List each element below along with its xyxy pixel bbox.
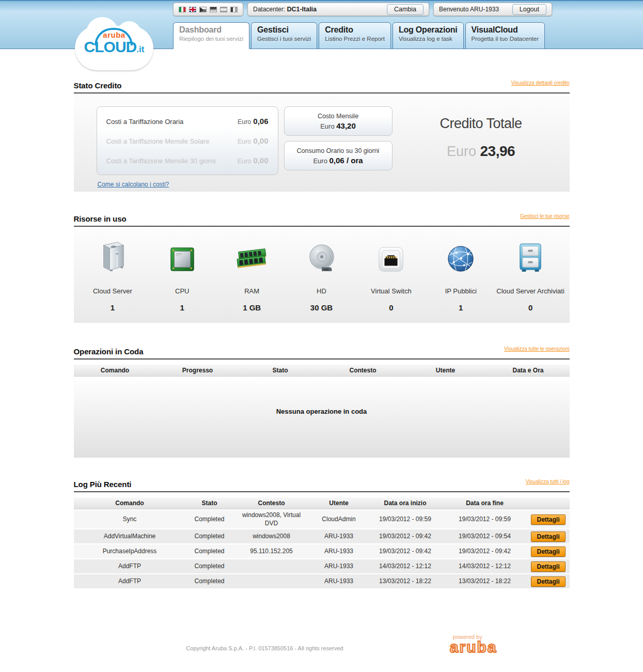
powered-by-aruba: powered by aruba	[450, 634, 497, 654]
resources-section-header: Risorse in uso Gestisci le tue risorse	[74, 214, 570, 227]
table-row: AddFTP Completed ARU-1933 13/03/2012 - 1…	[74, 574, 570, 589]
monthly-cost-box: Costo Mensile Euro 43,20	[284, 106, 393, 136]
credit-section-header: Stato Credito Visualizza dettagli credit…	[74, 81, 570, 93]
resource-cpu: CPU 1	[147, 239, 217, 323]
cost-row-mensile-30giorni: Costi a Tariffazione Mensile 30 giorni E…	[106, 156, 269, 165]
total-credit-label: Credito Totale	[440, 116, 522, 132]
logs-table-header: Comando Stato Contesto Utente Data ora i…	[74, 497, 570, 509]
details-button[interactable]: Dettagli	[531, 546, 565, 557]
queue-table-header: Comando Progresso Stato Contesto Utente …	[74, 365, 570, 377]
total-credit: Credito Totale Euro 23,96	[393, 106, 570, 192]
queue-section-title: Operazioni in Coda	[74, 347, 570, 356]
credit-panel: Costi a Tariffazione Oraria Euro0,06 Cos…	[74, 93, 570, 192]
resource-hd: HD 30 GB	[287, 239, 356, 323]
logs-section-title: Log Più Recenti	[74, 480, 570, 489]
cost-row-oraria: Costi a Tariffazione Oraria Euro0,06	[106, 117, 269, 126]
footer: Copyright Aruba S.p.A. - P.I. 0157385051…	[74, 634, 570, 665]
queue-section-header: Operazioni in Coda Visualizza tutte le o…	[74, 347, 570, 360]
cpu-icon	[168, 239, 196, 273]
all-operations-link[interactable]: Visualizza tutte le operazioni	[504, 346, 570, 352]
table-row: Sync Completed windows2008, Virtual DVD …	[74, 510, 570, 529]
virtual-switch-icon	[377, 239, 405, 273]
cloud-server-icon	[98, 239, 128, 273]
logs-section-header: Log Più Recenti Visualizza tutti i log	[74, 480, 570, 492]
cost-row-mensile-solare: Costi a Tariffazione Mensile Solare Euro…	[106, 136, 269, 145]
resource-cloud-server: Cloud Server 1	[78, 239, 148, 323]
manage-resources-link[interactable]: Gestisci le tue risorse	[520, 213, 570, 219]
copyright-text: Copyright Aruba S.p.A. - P.I. 0157385051…	[84, 634, 446, 651]
logo-brand-cloud: CLOUD.it	[75, 39, 153, 57]
resource-ram: RAM 1 GB	[217, 239, 287, 323]
credit-details-link[interactable]: Visualizza dettagli credito	[511, 80, 570, 86]
details-button[interactable]: Dettagli	[531, 561, 565, 572]
hourly-30days-box: Consumo Orario su 30 giorni Euro 0,06 / …	[284, 141, 393, 170]
hourly-costs-box: Costi a Tariffazione Oraria Euro0,06 Cos…	[97, 106, 278, 175]
resource-cloud-server-archiviati: Cloud Server Archiviati 0	[496, 239, 566, 323]
details-button[interactable]: Dettagli	[531, 532, 565, 542]
logs-table-body: Sync Completed windows2008, Virtual DVD …	[74, 510, 570, 589]
table-row: PurchaseIpAddress Completed 95.110.152.2…	[74, 544, 570, 559]
details-button[interactable]: Dettagli	[531, 514, 565, 525]
queue-empty-message: Nessuna operazione in coda	[276, 408, 367, 415]
hd-icon	[307, 239, 336, 273]
table-row: AddFTP Completed ARU-1933 14/03/2012 - 1…	[74, 559, 570, 574]
aruba-cloud-logo[interactable]: aruba CLOUD.it	[75, 26, 153, 70]
cloud-server-archiviati-icon	[517, 239, 543, 273]
resources-panel: Cloud Server 1 CPU 1	[74, 227, 570, 323]
resource-ip-pubblici: IP Pubblici 1	[426, 239, 496, 323]
ram-icon	[235, 239, 269, 273]
all-logs-link[interactable]: Visualizza tutti i log	[526, 479, 570, 485]
queue-table-body: Nessuna operazione in coda	[74, 377, 570, 458]
how-costs-link[interactable]: Come si calcolano i costi?	[98, 181, 169, 188]
resources-section-title: Risorse in uso	[74, 214, 570, 223]
credit-section-title: Stato Credito	[74, 81, 570, 90]
details-button[interactable]: Dettagli	[531, 576, 565, 587]
aruba-footer-logo: aruba	[450, 640, 497, 654]
resource-virtual-switch: Virtual Switch 0	[356, 239, 426, 323]
ip-pubblici-icon	[446, 239, 475, 273]
total-credit-value: Euro 23,96	[447, 143, 515, 160]
main-content: Stato Credito Visualizza dettagli credit…	[74, 0, 570, 665]
table-row: AddVirtualMachine Completed windows2008 …	[74, 529, 570, 544]
